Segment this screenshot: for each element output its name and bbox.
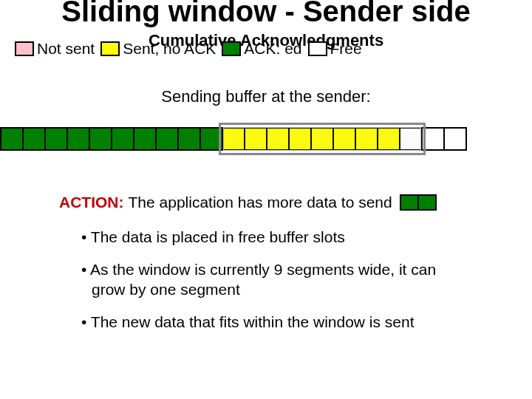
action-colon: : [119, 194, 124, 211]
legend-sent-no-ack-label: Sent, no ACK [123, 40, 216, 58]
legend-free-label: Free [330, 40, 362, 58]
buffer-cell [421, 127, 445, 151]
new-data-cell [417, 194, 437, 211]
buffer-cell [111, 127, 134, 151]
buffer-row [0, 127, 467, 151]
legend-free: Free [308, 40, 362, 58]
buffer-cell [66, 127, 90, 151]
buffer-cell [44, 127, 68, 151]
buffer-cell [89, 127, 112, 151]
swatch-not-sent [15, 41, 34, 56]
buffer-cell [155, 127, 179, 151]
buffer-cell [22, 127, 46, 151]
buffer-cell [355, 127, 378, 151]
swatch-free [308, 41, 327, 56]
bullet-list: The data is placed in free buffer slots … [0, 228, 532, 332]
legend-area: Cumulative Acknowledgments Not sent Sent… [0, 31, 532, 61]
legend-not-sent: Not sent [15, 40, 95, 58]
buffer-cell [288, 127, 312, 151]
buffer-cell [266, 127, 290, 151]
new-data-cells [400, 194, 437, 211]
swatch-acked [222, 41, 241, 56]
buffer-cell [200, 127, 223, 151]
buffer-caption: Sending buffer at the sender: [0, 87, 532, 106]
legend-acked-label: ACK: ed [244, 40, 301, 58]
buffer-cell [244, 127, 267, 151]
legend-sent-no-ack: Sent, no ACK [100, 40, 216, 58]
action-label: ACTION [59, 194, 119, 211]
legend-row: Not sent Sent, no ACK ACK: ed Free [15, 40, 368, 58]
buffer-cell [310, 127, 334, 151]
bullet-item: The data is placed in free buffer slots [81, 228, 466, 247]
buffer-cell [399, 127, 423, 151]
legend-not-sent-label: Not sent [37, 40, 95, 58]
action-row: ACTION: The application has more data to… [0, 194, 532, 211]
buffer-cell [133, 127, 157, 151]
bullet-item: The new data that fits within the window… [81, 313, 466, 332]
buffer-cell [222, 127, 245, 151]
swatch-sent-no-ack [100, 41, 120, 56]
buffer-cell [377, 127, 400, 151]
buffer-cell [177, 127, 201, 151]
buffer-cell [443, 127, 467, 151]
buffer-cell [332, 127, 356, 151]
bullet-item: As the window is currently 9 segments wi… [81, 260, 466, 299]
new-data-cell [400, 194, 419, 211]
action-text: The application has more data to send [129, 194, 392, 211]
buffer-diagram [0, 120, 532, 164]
legend-acked: ACK: ed [222, 40, 301, 58]
page-title: Sliding window - Sender side [0, 0, 532, 27]
buffer-cell [0, 127, 24, 151]
